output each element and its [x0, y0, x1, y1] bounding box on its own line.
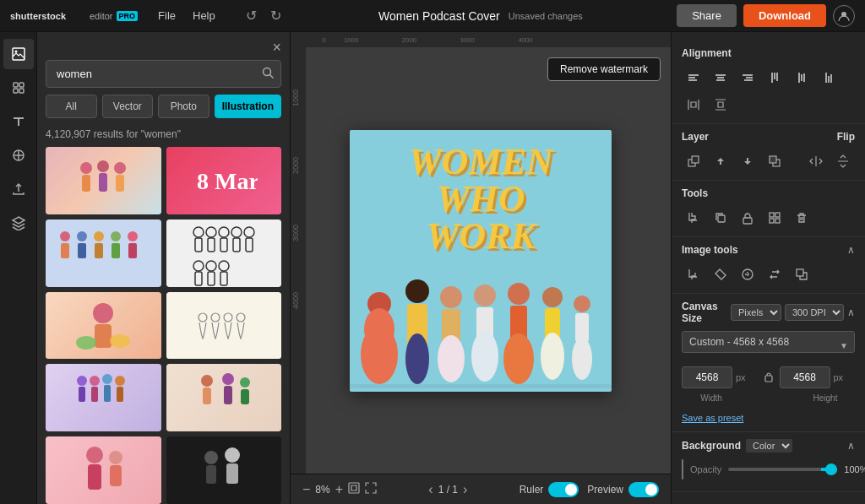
- layer-flip-headers: Layer Flip: [682, 131, 855, 143]
- height-input[interactable]: [780, 366, 830, 388]
- zoom-out-button[interactable]: −: [302, 482, 310, 497]
- align-bottom-icon[interactable]: [817, 66, 841, 89]
- result-thumb-7[interactable]: [46, 364, 161, 431]
- opacity-slider[interactable]: [728, 468, 837, 471]
- image-tools-collapse[interactable]: ∧: [847, 244, 855, 256]
- svg-point-61: [222, 373, 234, 385]
- delete-tool-icon[interactable]: [790, 206, 813, 230]
- svg-point-19: [77, 231, 87, 241]
- svg-rect-68: [110, 465, 122, 486]
- svg-point-92: [438, 335, 465, 382]
- tools-section: Tools: [672, 181, 865, 237]
- group-tool-icon[interactable]: [763, 206, 786, 230]
- mask-icon[interactable]: [736, 263, 759, 286]
- distribute-h-icon[interactable]: [682, 93, 705, 117]
- svg-point-37: [193, 261, 204, 271]
- ruler-toggle[interactable]: [548, 482, 579, 497]
- shapes-panel-icon[interactable]: [3, 73, 34, 103]
- align-center-h-icon[interactable]: [709, 66, 732, 89]
- filter-all[interactable]: All: [46, 95, 97, 118]
- close-panel-button[interactable]: ×: [272, 39, 281, 57]
- page-nav: ‹ 1 / 1 ›: [428, 482, 467, 497]
- align-right-icon[interactable]: [736, 66, 759, 89]
- distribute-v-icon[interactable]: [709, 93, 732, 117]
- tools-icons: [682, 206, 855, 230]
- background-type-select[interactable]: Color: [746, 439, 792, 453]
- result-thumb-9[interactable]: [46, 436, 161, 504]
- file-menu[interactable]: File: [151, 6, 182, 25]
- crop-tool-icon[interactable]: [682, 206, 705, 230]
- prev-page-button[interactable]: ‹: [428, 482, 432, 497]
- svg-rect-20: [78, 243, 86, 258]
- help-menu[interactable]: Help: [186, 6, 222, 25]
- elements-panel-icon[interactable]: [3, 140, 34, 171]
- svg-rect-105: [350, 384, 612, 388]
- filter-illustration[interactable]: Illustration: [215, 95, 281, 118]
- text-panel-icon[interactable]: [3, 106, 34, 137]
- duplicate-tool-icon[interactable]: [709, 206, 732, 230]
- fullscreen-button[interactable]: [365, 482, 377, 497]
- background-section: Background Color ∧ Opacity 100%: [672, 432, 865, 492]
- width-label: Width: [683, 393, 739, 403]
- watermark-button[interactable]: Remove watermark: [547, 57, 661, 81]
- align-center-v-icon[interactable]: [790, 66, 813, 89]
- lock-tool-icon[interactable]: [736, 206, 759, 230]
- result-thumb-2[interactable]: 8 March: [166, 147, 282, 214]
- result-thumb-3[interactable]: [46, 219, 161, 287]
- result-thumb-8[interactable]: [166, 364, 282, 431]
- image-tools-section: Image tools ∧: [672, 237, 865, 294]
- save-preset-link[interactable]: Save as preset: [682, 413, 743, 423]
- background-title: Background: [682, 440, 741, 452]
- replace-image-icon[interactable]: [763, 263, 786, 286]
- svg-rect-120: [801, 74, 802, 81]
- unsaved-indicator: Unsaved changes: [509, 11, 583, 21]
- result-thumb-1[interactable]: [46, 147, 161, 214]
- filter-photo[interactable]: Photo: [158, 95, 209, 118]
- result-thumb-10[interactable]: [166, 436, 282, 504]
- layer-forward-icon[interactable]: [736, 149, 759, 173]
- download-button[interactable]: Download: [743, 4, 826, 27]
- next-page-button[interactable]: ›: [463, 482, 467, 497]
- result-thumb-6[interactable]: [166, 292, 282, 360]
- dimension-lock-icon[interactable]: [763, 371, 775, 385]
- align-top-icon[interactable]: [763, 66, 786, 89]
- size-unit-select[interactable]: Pixels: [731, 304, 781, 321]
- erase-icon[interactable]: [709, 263, 732, 286]
- flip-horizontal-icon[interactable]: [804, 149, 828, 173]
- fit-screen-button[interactable]: [348, 482, 360, 497]
- preset-select[interactable]: Custom - 4568 x 4568: [682, 331, 855, 353]
- flip-vertical-icon[interactable]: [831, 149, 855, 173]
- alignment-header: Alignment: [682, 47, 855, 59]
- resize-image-icon[interactable]: [790, 263, 813, 286]
- preview-toggle[interactable]: [628, 482, 659, 497]
- svg-rect-118: [776, 73, 778, 81]
- filter-vector[interactable]: Vector: [102, 95, 154, 118]
- svg-point-33: [231, 227, 242, 237]
- undo-button[interactable]: ↺: [242, 6, 260, 25]
- images-panel-icon[interactable]: [3, 39, 34, 69]
- canvas-size-collapse[interactable]: ∧: [847, 306, 855, 318]
- svg-point-17: [60, 231, 70, 241]
- background-color-swatch[interactable]: [682, 459, 683, 480]
- crop-image-icon[interactable]: [682, 263, 705, 286]
- uploads-panel-icon[interactable]: [3, 174, 34, 204]
- layer-to-back-icon[interactable]: [682, 149, 705, 173]
- result-thumb-4[interactable]: [166, 219, 282, 287]
- user-avatar[interactable]: [833, 5, 855, 27]
- layer-backward-icon[interactable]: [709, 149, 732, 173]
- layer-to-front-icon[interactable]: [763, 149, 786, 173]
- svg-text:3000: 3000: [291, 225, 300, 241]
- align-left-icon[interactable]: [682, 66, 705, 89]
- dpi-select[interactable]: 300 DPI: [785, 304, 844, 321]
- search-submit-button[interactable]: [261, 66, 275, 83]
- zoom-in-button[interactable]: +: [335, 482, 343, 497]
- background-collapse[interactable]: ∧: [847, 440, 855, 452]
- search-input[interactable]: [46, 60, 281, 88]
- result-thumb-5[interactable]: [46, 292, 161, 360]
- share-button[interactable]: Share: [677, 4, 737, 27]
- width-input[interactable]: [682, 366, 732, 388]
- logo-text: shutterstock: [10, 8, 86, 24]
- top-nav: File Help: [151, 6, 222, 25]
- redo-button[interactable]: ↻: [267, 6, 285, 25]
- layers-panel-icon[interactable]: [3, 208, 34, 238]
